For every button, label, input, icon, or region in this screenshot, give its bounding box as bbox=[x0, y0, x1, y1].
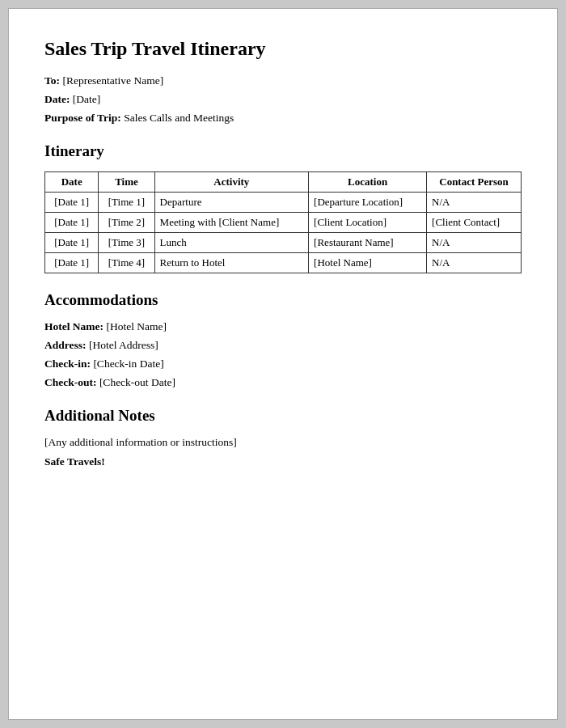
table-cell: Lunch bbox=[154, 233, 309, 253]
table-header-row: Date Time Activity Location Contact Pers… bbox=[45, 172, 522, 193]
table-cell: Meeting with [Client Name] bbox=[154, 213, 309, 233]
notes-heading: Additional Notes bbox=[44, 407, 522, 425]
checkin-value: [Check-in Date] bbox=[93, 358, 163, 370]
hotel-name-line: Hotel Name: [Hotel Name] bbox=[44, 320, 522, 333]
accommodations-block: Hotel Name: [Hotel Name] Address: [Hotel… bbox=[44, 320, 522, 389]
hotel-name-label: Hotel Name: bbox=[44, 320, 103, 332]
document-page: Sales Trip Travel Itinerary To: [Represe… bbox=[8, 8, 558, 720]
table-cell: [Hotel Name] bbox=[309, 253, 427, 273]
address-label: Address: bbox=[44, 339, 87, 351]
meta-date: Date: [Date] bbox=[44, 93, 522, 106]
hotel-name-value: [Hotel Name] bbox=[106, 320, 167, 332]
table-cell: [Date 1] bbox=[45, 213, 99, 233]
table-cell: [Date 1] bbox=[45, 233, 99, 253]
table-cell: [Client Location] bbox=[309, 213, 427, 233]
document-title: Sales Trip Travel Itinerary bbox=[44, 38, 522, 60]
date-value: [Date] bbox=[73, 93, 100, 105]
table-cell: [Restaurant Name] bbox=[309, 233, 427, 253]
checkout-label: Check-out: bbox=[44, 376, 97, 388]
table-cell: Departure bbox=[154, 193, 309, 213]
itinerary-table: Date Time Activity Location Contact Pers… bbox=[44, 171, 522, 273]
itinerary-heading: Itinerary bbox=[44, 142, 522, 160]
address-value: [Hotel Address] bbox=[89, 339, 158, 351]
checkout-value: [Check-out Date] bbox=[99, 376, 175, 388]
table-row: [Date 1][Time 2]Meeting with [Client Nam… bbox=[45, 213, 522, 233]
accommodations-heading: Accommodations bbox=[44, 291, 522, 309]
col-header-time: Time bbox=[99, 172, 154, 193]
date-label: Date: bbox=[44, 93, 70, 105]
table-cell: [Date 1] bbox=[45, 193, 99, 213]
table-row: [Date 1][Time 3]Lunch[Restaurant Name]N/… bbox=[45, 233, 522, 253]
checkout-line: Check-out: [Check-out Date] bbox=[44, 376, 522, 389]
purpose-label: Purpose of Trip: bbox=[44, 112, 121, 124]
table-cell: [Time 2] bbox=[99, 213, 154, 233]
notes-block: [Any additional information or instructi… bbox=[44, 436, 522, 468]
col-header-date: Date bbox=[45, 172, 99, 193]
table-cell: N/A bbox=[427, 233, 522, 253]
table-cell: Return to Hotel bbox=[154, 253, 309, 273]
checkin-line: Check-in: [Check-in Date] bbox=[44, 358, 522, 370]
table-cell: [Time 3] bbox=[99, 233, 154, 253]
note-text: [Any additional information or instructi… bbox=[44, 436, 522, 449]
col-header-location: Location bbox=[309, 172, 427, 193]
purpose-value: Sales Calls and Meetings bbox=[124, 112, 234, 124]
col-header-activity: Activity bbox=[154, 172, 309, 193]
to-label: To: bbox=[44, 74, 60, 87]
meta-to: To: [Representative Name] bbox=[44, 74, 522, 87]
table-cell: [Date 1] bbox=[45, 253, 99, 273]
table-row: [Date 1][Time 4]Return to Hotel[Hotel Na… bbox=[45, 253, 522, 273]
safe-travels: Safe Travels! bbox=[44, 455, 522, 468]
meta-purpose: Purpose of Trip: Sales Calls and Meeting… bbox=[44, 112, 522, 125]
table-row: [Date 1][Time 1]Departure[Departure Loca… bbox=[45, 193, 522, 213]
checkin-label: Check-in: bbox=[44, 358, 91, 370]
table-cell: N/A bbox=[427, 193, 522, 213]
table-cell: N/A bbox=[427, 253, 522, 273]
table-cell: [Client Contact] bbox=[427, 213, 522, 233]
table-cell: [Time 1] bbox=[99, 193, 154, 213]
table-cell: [Time 4] bbox=[99, 253, 154, 273]
col-header-contact: Contact Person bbox=[427, 172, 522, 193]
to-value: [Representative Name] bbox=[62, 74, 163, 87]
address-line: Address: [Hotel Address] bbox=[44, 339, 522, 352]
table-cell: [Departure Location] bbox=[309, 193, 427, 213]
